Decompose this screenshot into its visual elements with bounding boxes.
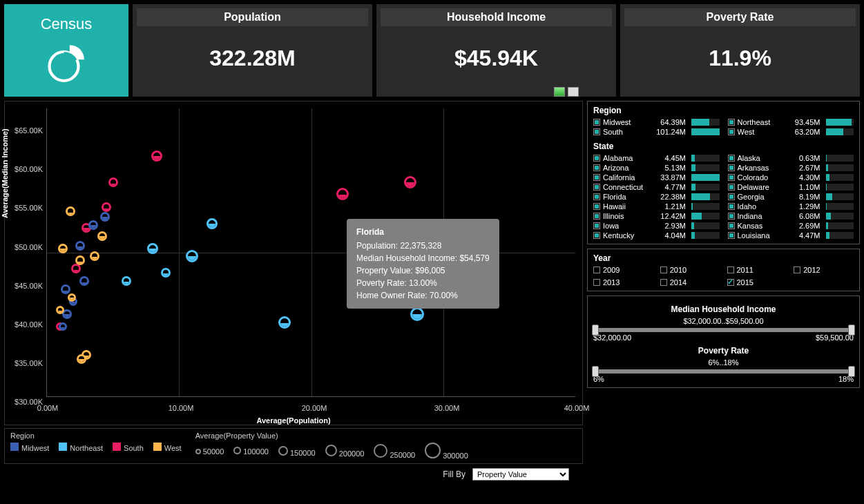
data-point[interactable] <box>100 212 110 222</box>
data-point[interactable] <box>147 243 158 254</box>
state-filter-item[interactable]: Iowa2.93M <box>593 222 720 230</box>
kpi-poverty-rate: Poverty Rate 11.9% <box>620 4 860 97</box>
legend-size-item: 300000 <box>425 443 468 461</box>
logo-label: Census <box>41 15 93 33</box>
state-filter-item[interactable]: Colorado4.30M <box>728 173 854 182</box>
fill-by-select[interactable]: Property Value <box>472 468 569 481</box>
data-point[interactable] <box>66 206 75 216</box>
state-filter-item[interactable]: Louisiana4.47M <box>728 231 854 240</box>
maximize-icon[interactable] <box>568 87 579 97</box>
data-point[interactable] <box>410 307 424 321</box>
kpi-value: 322.28M <box>209 46 296 71</box>
year-filter-item[interactable]: 2011 <box>727 266 787 274</box>
region-filter-item[interactable]: South101.24M <box>593 128 720 136</box>
region-filter-item[interactable]: Northeast93.45M <box>728 118 854 126</box>
legend-size-item: 50000 <box>195 447 224 456</box>
x-axis-title: Average(Population) <box>256 416 330 425</box>
legend-size-item: 250000 <box>374 444 415 460</box>
state-filter-item[interactable]: Georgia8.19M <box>728 193 854 201</box>
data-point[interactable] <box>404 176 416 188</box>
kpi-household-income: Household Income $45.94K <box>376 4 616 97</box>
tooltip: Florida Population: 22,375,328 Median Ho… <box>347 219 499 309</box>
legend-size-item: 150000 <box>278 446 316 458</box>
data-point[interactable] <box>75 241 85 251</box>
year-filter-panel: Year 2009201020112012201320142015 <box>587 249 860 291</box>
fill-by-label: Fill By <box>443 469 465 479</box>
legend-item[interactable]: Northeast <box>59 443 103 453</box>
data-point[interactable] <box>151 151 162 162</box>
legend-size-item: 200000 <box>325 445 365 458</box>
data-point[interactable] <box>59 322 67 331</box>
legend-item[interactable]: Midwest <box>10 443 49 453</box>
kpi-title: Poverty Rate <box>624 8 856 26</box>
logo-card: Census <box>4 4 128 97</box>
year-filter-item[interactable]: 2014 <box>660 278 720 287</box>
state-filter-item[interactable]: Arkansas2.67M <box>728 164 854 172</box>
kpi-title: Population <box>137 8 368 26</box>
kpi-title: Household Income <box>381 8 612 26</box>
state-filter-item[interactable]: Kentucky4.04M <box>593 231 720 240</box>
region-filter-item[interactable]: West63.20M <box>728 128 854 136</box>
state-filter-item[interactable]: Delaware1.10M <box>728 183 854 191</box>
year-filter-item[interactable]: 2013 <box>593 278 653 287</box>
data-point[interactable] <box>97 231 107 241</box>
year-filter-item[interactable]: 2012 <box>794 266 854 274</box>
state-filter-item[interactable]: California33.87M <box>593 173 720 182</box>
data-point[interactable] <box>75 255 85 265</box>
data-point[interactable] <box>161 268 171 278</box>
region-filter-panel: Region Midwest64.39MNortheast93.45MSouth… <box>587 101 860 244</box>
state-filter-item[interactable]: Idaho1.29M <box>728 202 854 211</box>
data-point[interactable] <box>278 316 291 329</box>
legend-item[interactable]: West <box>153 443 182 453</box>
scatter-chart[interactable]: Average(Median Income) $65.00K $60.00K $… <box>4 101 583 481</box>
slider-panel: Median Household Income$32,000.00..$59,5… <box>587 295 860 388</box>
state-filter-item[interactable]: Indiana6.08M <box>728 212 854 220</box>
kpi-population: Population 322.28M <box>133 4 372 97</box>
state-filter-item[interactable]: Alabama4.45M <box>593 154 720 162</box>
legend-item[interactable]: South <box>113 443 144 453</box>
year-filter-item[interactable]: 2015 <box>727 278 787 287</box>
data-point[interactable] <box>77 354 86 364</box>
year-filter-item[interactable]: 2010 <box>660 266 720 274</box>
state-filter-item[interactable]: Connecticut4.77M <box>593 183 720 191</box>
data-point[interactable] <box>61 284 70 294</box>
state-filter-item[interactable]: Illinois12.42M <box>593 212 720 220</box>
data-point[interactable] <box>79 276 89 286</box>
kpi-value: $45.94K <box>454 46 538 71</box>
export-excel-icon[interactable] <box>554 87 565 97</box>
data-point[interactable] <box>336 188 349 200</box>
state-filter-item[interactable]: Florida22.38M <box>593 193 720 201</box>
data-point[interactable] <box>90 251 99 261</box>
legend-size-item: 100000 <box>233 447 269 456</box>
data-point[interactable] <box>88 220 98 230</box>
kpi-value: 11.9% <box>709 46 771 71</box>
data-point[interactable] <box>207 218 218 229</box>
state-filter-item[interactable]: Arizona5.13M <box>593 164 720 172</box>
region-filter-item[interactable]: Midwest64.39M <box>593 118 720 126</box>
data-point[interactable] <box>56 306 64 314</box>
state-filter-item[interactable]: Alaska0.63M <box>728 154 854 162</box>
state-filter-item[interactable]: Hawaii1.21M <box>593 202 720 211</box>
range-slider[interactable]: Median Household Income$32,000.00..$59,5… <box>593 304 854 342</box>
data-point[interactable] <box>58 244 68 253</box>
data-point[interactable] <box>186 250 198 262</box>
data-point[interactable] <box>71 264 81 273</box>
data-point[interactable] <box>122 276 131 286</box>
chart-legend: Region MidwestNortheastSouthWest Average… <box>4 428 583 464</box>
data-point[interactable] <box>108 177 118 187</box>
data-point[interactable] <box>68 293 76 302</box>
data-point[interactable] <box>102 202 111 212</box>
pie-chart-icon <box>42 37 90 86</box>
range-slider[interactable]: Poverty Rate6%..18%6%18% <box>593 346 854 383</box>
year-filter-item[interactable]: 2009 <box>593 266 653 274</box>
state-filter-item[interactable]: Kansas2.69M <box>728 222 854 230</box>
